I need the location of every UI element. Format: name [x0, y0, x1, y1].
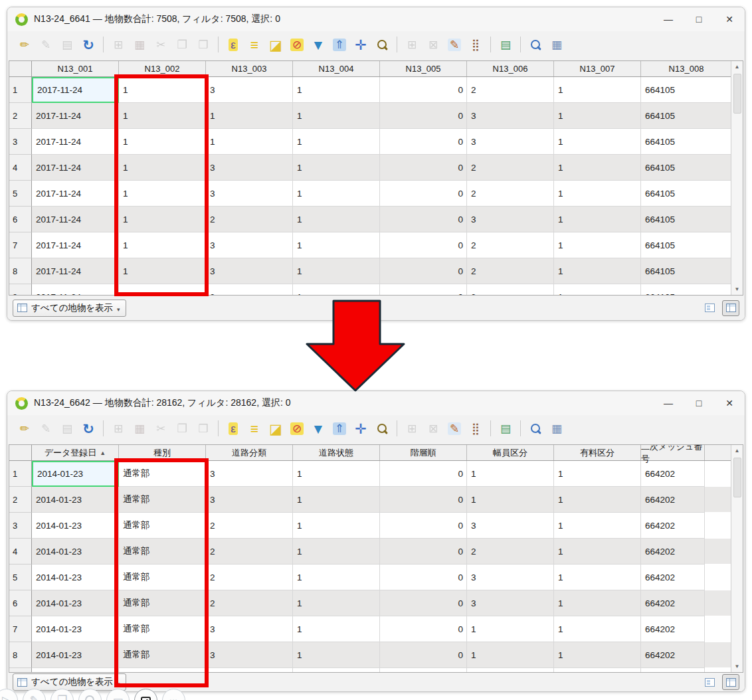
table-cell[interactable]: 1	[293, 207, 380, 232]
vertical-scrollbar[interactable]: ▲ ▼	[731, 61, 743, 295]
table-cell[interactable]: 3	[467, 129, 554, 155]
column-header[interactable]: 道路状態	[293, 445, 380, 460]
table-cell[interactable]: 3	[206, 77, 293, 103]
row-number[interactable]: 7	[9, 616, 32, 642]
table-cell[interactable]: 1	[554, 284, 641, 296]
table-cell[interactable]: 664105	[641, 103, 732, 129]
row-number[interactable]: 6	[9, 590, 32, 616]
select-by-expression-icon[interactable]: ε	[224, 419, 242, 438]
table-cell[interactable]: 664202	[641, 590, 705, 616]
minimize-button[interactable]: —	[653, 7, 684, 31]
table-cell[interactable]: 2017-11-24	[32, 103, 119, 129]
row-number[interactable]: 9	[9, 668, 32, 673]
zoom-to-selection-icon[interactable]	[373, 419, 391, 438]
column-header[interactable]: 道路分類	[206, 445, 293, 460]
table-cell[interactable]: 1	[293, 668, 380, 673]
column-header[interactable]: 二次メッシュ番号	[641, 445, 705, 460]
table-cell[interactable]: 1	[554, 103, 641, 129]
select-all-icon[interactable]: ≡	[245, 419, 264, 438]
table-cell[interactable]: 0	[380, 616, 467, 642]
row-number[interactable]: 8	[9, 642, 32, 668]
table-cell[interactable]: 664202	[641, 565, 705, 590]
table-cell[interactable]: 2	[206, 539, 293, 565]
column-header[interactable]: N13_008	[641, 61, 732, 76]
table-cell[interactable]: 3	[467, 513, 554, 539]
table-cell[interactable]: 1	[554, 590, 641, 616]
table-cell[interactable]: 0	[380, 207, 467, 232]
table-view-button[interactable]	[722, 674, 739, 690]
invert-selection-icon[interactable]: ◪	[266, 35, 285, 54]
table-cell[interactable]: 1	[554, 207, 641, 232]
table-cell[interactable]: 3	[467, 103, 554, 129]
table-cell[interactable]: 3	[206, 155, 293, 181]
table-cell[interactable]: 1	[467, 616, 554, 642]
edit-attributes-icon[interactable]: ✎	[445, 35, 464, 54]
table-cell[interactable]: 664202	[641, 513, 705, 539]
table-cell[interactable]: 1	[554, 258, 641, 284]
column-header[interactable]: 幅員区分	[467, 445, 554, 460]
row-number[interactable]: 8	[9, 258, 32, 284]
table-cell[interactable]: 2	[467, 232, 554, 258]
table-cell[interactable]: 1	[554, 487, 641, 513]
table-cell[interactable]: 0	[380, 668, 467, 673]
table-cell[interactable]: 0	[380, 181, 467, 207]
table-cell[interactable]: 0	[380, 590, 467, 616]
table-cell[interactable]: 3	[467, 565, 554, 590]
move-selection-top-icon[interactable]: ⇑	[330, 419, 349, 438]
edit-attributes-icon[interactable]: ✎	[445, 419, 464, 438]
table-cell[interactable]: 2014-01-23	[32, 590, 119, 616]
pan-to-selection-icon[interactable]: ✛	[351, 419, 370, 438]
table-cell[interactable]: 0	[380, 565, 467, 590]
conditional-formatting-icon[interactable]: ▤	[496, 419, 515, 438]
pencil-button[interactable]: ✎	[23, 689, 46, 700]
table-cell[interactable]: 1	[293, 103, 380, 129]
table-cell[interactable]: 664105	[641, 232, 732, 258]
table-cell[interactable]: 1	[554, 77, 641, 103]
deselect-all-icon[interactable]: ⊘	[288, 419, 306, 438]
table-cell[interactable]: 664105	[641, 129, 732, 155]
table-cell[interactable]: 1	[467, 487, 554, 513]
table-cell[interactable]: 1	[293, 181, 380, 207]
row-number[interactable]: 2	[9, 103, 32, 129]
table-cell[interactable]: 2017-11-24	[32, 155, 119, 181]
table-cell[interactable]: 1	[554, 642, 641, 668]
keyboard-button[interactable]: ▭	[106, 689, 130, 700]
table-cell[interactable]: 0	[380, 77, 467, 103]
table-cell[interactable]: 3	[206, 258, 293, 284]
table-cell[interactable]: 1	[293, 258, 380, 284]
column-header[interactable]: N13_001	[32, 61, 119, 76]
table-cell[interactable]: 2017-11-24	[32, 77, 119, 103]
zoom-to-selection-icon[interactable]	[373, 35, 391, 54]
conditional-formatting-icon[interactable]: ▤	[496, 35, 515, 54]
table-cell[interactable]: 664105	[641, 258, 732, 284]
table-cell[interactable]: 3	[206, 284, 293, 296]
column-header[interactable]: N13_006	[467, 61, 554, 76]
table-cell[interactable]: 0	[380, 642, 467, 668]
table-cell[interactable]: 1	[293, 513, 380, 539]
table-cell[interactable]: 2	[467, 181, 554, 207]
titlebar[interactable]: N13-24_6641 — 地物数合計: 7508, フィルタ: 7508, 選…	[7, 7, 745, 31]
table-cell[interactable]: 2017-11-24	[32, 207, 119, 232]
table-cell[interactable]: 2014-01-23	[32, 616, 119, 642]
table-cell[interactable]: 3	[467, 590, 554, 616]
table-cell[interactable]: 2	[467, 258, 554, 284]
camera-button[interactable]	[134, 689, 157, 700]
column-header[interactable]: N13_005	[380, 61, 467, 76]
table-cell[interactable]: 1	[293, 129, 380, 155]
row-number[interactable]: 1	[9, 77, 32, 103]
table-cell[interactable]: 1	[206, 129, 293, 155]
table-cell[interactable]: 3	[206, 461, 293, 487]
table-cell[interactable]: 664202	[641, 642, 705, 668]
table-cell[interactable]: 2014-01-23	[32, 513, 119, 539]
table-cell[interactable]: 2	[206, 513, 293, 539]
feature-filter-button[interactable]: すべての地物を表示 ▾	[13, 300, 126, 317]
table-cell[interactable]: 664105	[641, 284, 732, 296]
toggle-editing-icon[interactable]: ✏	[15, 419, 34, 438]
field-calculator-icon[interactable]: ⣿	[466, 419, 485, 438]
maximize-button[interactable]: □	[684, 7, 714, 31]
more-button[interactable]: •••	[162, 689, 185, 700]
maximize-button[interactable]: □	[684, 391, 714, 415]
table-cell[interactable]: 2	[206, 207, 293, 232]
table-cell[interactable]: 3	[206, 487, 293, 513]
row-number[interactable]: 9	[9, 284, 32, 296]
